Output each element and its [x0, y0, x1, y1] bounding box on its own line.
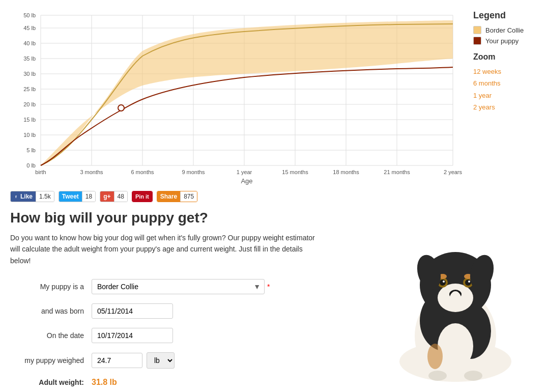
- svg-point-65: [464, 371, 482, 381]
- svg-text:40 lb: 40 lb: [23, 40, 36, 46]
- facebook-label: f Like: [11, 191, 36, 202]
- pinterest-label: Pin it: [132, 191, 152, 202]
- googleplus-label: g+: [100, 191, 113, 202]
- weight-inputs: lb kg: [92, 352, 175, 369]
- puppy-illustration: [384, 219, 527, 387]
- svg-text:3 months: 3 months: [80, 169, 103, 175]
- svg-text:f: f: [15, 194, 17, 199]
- svg-text:25 lb: 25 lb: [23, 86, 36, 92]
- share-count: 875: [180, 191, 197, 202]
- legend-label-puppy: Your puppy: [485, 37, 519, 45]
- zoom-1year[interactable]: 1 year: [473, 90, 534, 101]
- share-button[interactable]: Share 875: [157, 191, 197, 202]
- breed-label: My puppy is a: [10, 283, 92, 291]
- weight-input[interactable]: [92, 353, 142, 368]
- svg-text:15 lb: 15 lb: [23, 117, 36, 123]
- legend-label-breed: Border Collie: [485, 26, 524, 34]
- googleplus-count: 48: [114, 191, 127, 202]
- svg-text:10 lb: 10 lb: [23, 132, 36, 138]
- svg-text:20 lb: 20 lb: [23, 101, 36, 107]
- breed-select[interactable]: Border Collie: [92, 279, 265, 294]
- svg-text:6 months: 6 months: [131, 169, 154, 175]
- puppy-image-area: [384, 214, 527, 387]
- svg-point-56: [468, 281, 470, 283]
- unit-select[interactable]: lb kg: [147, 352, 175, 369]
- share-label: Share: [157, 191, 180, 202]
- svg-text:21 months: 21 months: [384, 169, 410, 175]
- svg-text:5 lb: 5 lb: [26, 147, 36, 153]
- facebook-button[interactable]: f Like 1.5k: [10, 191, 54, 202]
- legend-color-breed: [473, 26, 481, 34]
- googleplus-button[interactable]: g+ 48: [100, 191, 128, 202]
- svg-text:45 lb: 45 lb: [23, 25, 36, 31]
- adult-weight-value: 31.8 lb: [92, 378, 117, 387]
- svg-point-55: [443, 281, 445, 283]
- born-label: and was born: [10, 307, 92, 315]
- svg-text:Age: Age: [241, 177, 252, 185]
- breed-select-wrap: Border Collie ▼: [92, 279, 265, 294]
- svg-text:0 lb: 0 lb: [26, 162, 36, 169]
- legend-color-puppy: [473, 37, 481, 45]
- date-label: On the date: [10, 331, 92, 340]
- svg-point-53: [440, 279, 446, 286]
- svg-text:9 months: 9 months: [182, 169, 205, 175]
- zoom-2years[interactable]: 2 years: [473, 101, 534, 113]
- svg-text:birth: birth: [35, 169, 46, 175]
- legend-title: Legend: [473, 10, 534, 21]
- legend-item-breed: Border Collie: [473, 26, 534, 34]
- twitter-label: Tweet: [59, 191, 82, 202]
- svg-text:50 lb: 50 lb: [23, 12, 36, 18]
- svg-point-20: [118, 105, 124, 111]
- svg-point-54: [465, 279, 471, 286]
- legend-item-puppy: Your puppy: [473, 37, 534, 45]
- svg-text:2 years: 2 years: [444, 169, 463, 175]
- svg-text:15 months: 15 months: [282, 169, 308, 175]
- date-input[interactable]: [92, 328, 173, 343]
- page-description: Do you want to know how big your dog wil…: [10, 232, 315, 266]
- pinterest-button[interactable]: Pin it: [132, 191, 153, 202]
- facebook-icon: f: [14, 194, 19, 199]
- svg-text:30 lb: 30 lb: [23, 71, 36, 77]
- twitter-count: 18: [82, 191, 95, 202]
- required-marker: *: [267, 283, 270, 291]
- adult-weight-label: Adult weight:: [10, 378, 92, 386]
- svg-text:35 lb: 35 lb: [23, 55, 36, 62]
- svg-point-67: [449, 291, 462, 310]
- svg-point-66: [427, 344, 443, 369]
- svg-point-64: [428, 371, 447, 381]
- born-input[interactable]: [92, 303, 173, 319]
- zoom-6months[interactable]: 6 months: [473, 77, 534, 89]
- zoom-12weeks[interactable]: 12 weeks: [473, 66, 534, 77]
- svg-point-61: [438, 323, 473, 369]
- legend-panel: Legend Border Collie Your puppy Zoom 12 …: [458, 10, 534, 183]
- facebook-count: 1.5k: [36, 191, 54, 202]
- zoom-title: Zoom: [473, 52, 534, 62]
- svg-text:1 year: 1 year: [237, 169, 252, 175]
- twitter-button[interactable]: Tweet 18: [59, 191, 96, 202]
- svg-text:18 months: 18 months: [333, 169, 359, 175]
- content-area: How big will your puppy get? Do you want…: [10, 210, 537, 387]
- social-bar: f Like 1.5k Tweet 18 g+ 48 Pin it Share …: [10, 191, 537, 202]
- weight-label: my puppy weighed: [10, 356, 92, 365]
